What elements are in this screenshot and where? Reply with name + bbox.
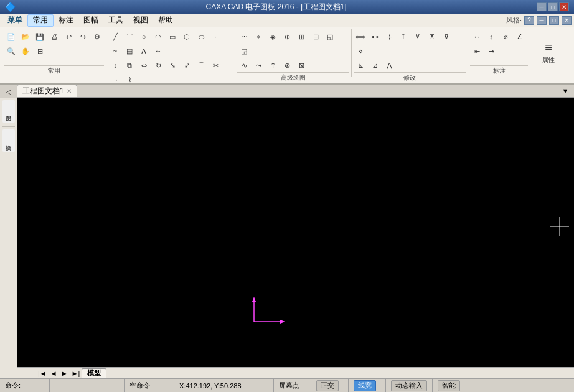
property-btn[interactable]: ≡ 属性	[533, 30, 564, 75]
mod6-btn[interactable]: ⊼	[425, 30, 439, 44]
extend-btn[interactable]: →	[108, 73, 122, 86]
adv2-btn[interactable]: ⌖	[252, 30, 265, 44]
close-button2[interactable]: ✕	[562, 16, 572, 25]
trim-btn[interactable]: ✂	[209, 58, 222, 72]
circle-btn[interactable]: ○	[137, 30, 151, 44]
smart-btn[interactable]: 智能	[438, 380, 460, 391]
hatch-btn[interactable]: ▤	[123, 44, 136, 58]
ann3-btn[interactable]: ⌀	[499, 30, 512, 44]
model-nav-last[interactable]: ►|	[70, 370, 82, 377]
polygon-btn[interactable]: ⬡	[180, 30, 194, 44]
mod9-btn[interactable]: ⊾	[354, 58, 367, 72]
arc-btn[interactable]: ◠	[151, 30, 165, 44]
polyline-btn[interactable]: ⌒	[123, 30, 136, 44]
fillet-btn[interactable]: ⌒	[194, 58, 208, 72]
adv8-btn[interactable]: ◲	[237, 44, 251, 58]
open-btn[interactable]: 📂	[19, 30, 32, 44]
point-btn[interactable]: ·	[209, 30, 222, 44]
ann6-btn[interactable]: ⇥	[484, 44, 498, 58]
model-nav-first[interactable]: |◄	[36, 370, 49, 377]
ribbon-section-inner-advanced: ⋯ ⌖ ◈ ⊕ ⊞ ⊟ ◱ ◲ ∿ ⤳ ⇡ ⊛ ⊠	[237, 30, 349, 72]
minimize-button[interactable]: ─	[537, 2, 547, 11]
move-btn[interactable]: ↕	[108, 58, 122, 72]
adv10-btn[interactable]: ⤳	[252, 58, 265, 72]
model-tab-label: 模型	[87, 368, 101, 378]
sidebar-block-btn[interactable]: 块操	[2, 129, 15, 152]
doc-tab-close[interactable]: ✕	[67, 88, 72, 95]
mod4-btn[interactable]: ⊺	[397, 30, 410, 44]
mod10-btn[interactable]: ⊿	[368, 58, 382, 72]
linewidth-btn[interactable]: 线宽	[354, 380, 376, 391]
titlebar-icon: 🔷	[5, 2, 16, 12]
doc-nav-icon[interactable]: ◁	[0, 85, 17, 98]
adv1-btn[interactable]: ⋯	[237, 30, 251, 44]
zoom-btn[interactable]: 🔍	[4, 44, 18, 58]
menu-item-help[interactable]: 帮助	[153, 14, 178, 27]
menu-item-annotation[interactable]: 标注	[54, 14, 78, 27]
mod11-btn[interactable]: ⋀	[382, 58, 396, 72]
line-btn[interactable]: ╱	[108, 30, 122, 44]
mod2-btn[interactable]: ⊷	[368, 30, 382, 44]
ribbon-section-inner-basic: ╱ ⌒ ○ ◠ ▭ ⬡ ⬭ · ~ ▤ A ↔ ↕	[108, 30, 233, 86]
mod1-btn[interactable]: ⟺	[354, 30, 367, 44]
adv4-btn[interactable]: ⊕	[280, 30, 294, 44]
pan-btn[interactable]: ✋	[19, 44, 32, 58]
adv9-btn[interactable]: ∿	[237, 58, 251, 72]
min-button2[interactable]: ─	[537, 16, 547, 25]
stretch-btn[interactable]: ⤢	[180, 58, 194, 72]
print-btn[interactable]: 🖨	[47, 30, 61, 44]
save-btn[interactable]: 💾	[33, 30, 47, 44]
menu-item-common[interactable]: 常用	[27, 14, 54, 27]
ann4-btn[interactable]: ∠	[513, 30, 527, 44]
help-button[interactable]: ?	[524, 16, 534, 25]
model-nav-next[interactable]: ►	[59, 370, 70, 377]
status-smart-section: 智能	[433, 379, 470, 392]
adv6-btn[interactable]: ⊟	[309, 30, 322, 44]
ellipse-btn[interactable]: ⬭	[194, 30, 208, 44]
scale-btn[interactable]: ⤡	[166, 58, 179, 72]
menu-item-file[interactable]: 菜单	[2, 14, 27, 27]
menu-item-tools[interactable]: 工具	[103, 14, 128, 27]
new-btn[interactable]: 📄	[4, 30, 18, 44]
mod8-btn[interactable]: ⋄	[354, 44, 367, 58]
ann1-btn[interactable]: ↔	[470, 30, 484, 44]
close-button[interactable]: ✕	[559, 2, 569, 11]
ann2-btn[interactable]: ↕	[484, 30, 498, 44]
adv7-btn[interactable]: ◱	[323, 30, 337, 44]
doc-tab-main[interactable]: 工程图文档1 ✕	[17, 85, 77, 97]
ortho-btn[interactable]: 正交	[316, 380, 339, 391]
status-snap: 屏幕点	[279, 381, 299, 390]
dynamic-btn[interactable]: 动态输入	[391, 380, 427, 391]
model-tab-model[interactable]: 模型	[82, 368, 106, 378]
dim-btn[interactable]: ↔	[151, 44, 165, 58]
fit-btn[interactable]: ⊞	[33, 44, 47, 58]
menu-item-drawing[interactable]: 图幅	[78, 14, 103, 27]
rotate-btn[interactable]: ↻	[151, 58, 165, 72]
adv13-btn[interactable]: ⊠	[294, 58, 308, 72]
break-btn[interactable]: ⌇	[123, 73, 136, 86]
menu-item-view[interactable]: 视图	[128, 14, 153, 27]
doc-tab-arrow[interactable]: ▼	[559, 85, 572, 97]
text-btn[interactable]: A	[137, 44, 151, 58]
copy-btn[interactable]: ⧉	[123, 58, 136, 72]
mirror-btn[interactable]: ⇔	[137, 58, 151, 72]
mod5-btn[interactable]: ⊻	[411, 30, 425, 44]
spline-btn[interactable]: ~	[108, 44, 122, 58]
mod3-btn[interactable]: ⊹	[382, 30, 396, 44]
adv3-btn[interactable]: ◈	[266, 30, 280, 44]
max-button2[interactable]: □	[549, 16, 559, 25]
model-tabs: |◄ ◄ ► ►| 模型	[17, 367, 574, 378]
maximize-button[interactable]: □	[548, 2, 558, 11]
model-nav-prev[interactable]: ◄	[49, 370, 59, 377]
adv11-btn[interactable]: ⇡	[266, 58, 280, 72]
settings-btn[interactable]: ⚙	[90, 30, 104, 44]
mod7-btn[interactable]: ⊽	[440, 30, 453, 44]
canvas-area[interactable]	[17, 85, 574, 367]
ann5-btn[interactable]: ⇤	[470, 44, 484, 58]
adv5-btn[interactable]: ⊞	[294, 30, 308, 44]
sidebar-layer-btn[interactable]: 图层	[2, 100, 15, 123]
undo-btn[interactable]: ↩	[62, 30, 75, 44]
redo-btn[interactable]: ↪	[76, 30, 90, 44]
rect-btn[interactable]: ▭	[166, 30, 179, 44]
adv12-btn[interactable]: ⊛	[280, 58, 294, 72]
